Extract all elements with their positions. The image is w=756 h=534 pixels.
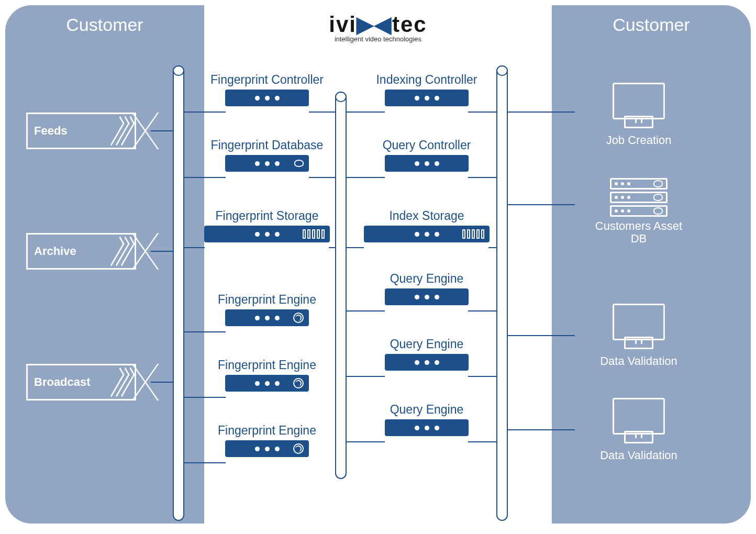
item-label: Customers Asset DB xyxy=(586,220,691,245)
unit-fingerprint-controller: Fingerprint Controller xyxy=(199,73,335,106)
unit-index-storage: Index Storage xyxy=(353,209,500,242)
server-icon xyxy=(225,440,309,457)
logo: ivi▶◀tec intelligent video technologies xyxy=(329,12,427,43)
connector xyxy=(468,112,497,113)
unit-fingerprint-engine-2: Fingerprint Engine xyxy=(199,359,335,392)
connector xyxy=(346,247,364,248)
unit-indexing-controller: Indexing Controller xyxy=(359,73,495,106)
unit-label: Query Engine xyxy=(359,403,495,416)
fingerprint-icon xyxy=(293,443,304,454)
unit-label: Fingerprint Engine xyxy=(199,424,335,437)
unit-fingerprint-database: Fingerprint Database xyxy=(199,139,335,172)
server-rack-icon xyxy=(610,178,668,217)
connector xyxy=(507,204,575,205)
fingerprint-icon xyxy=(293,378,304,388)
unit-fingerprint-engine-3: Fingerprint Engine xyxy=(199,424,335,457)
connector xyxy=(346,310,385,312)
connector xyxy=(468,310,497,312)
server-icon xyxy=(385,419,469,436)
item-data-validation-2: Data Validation xyxy=(586,398,691,462)
unit-query-controller: Query Controller xyxy=(359,139,495,172)
connector xyxy=(468,441,497,442)
unit-query-engine-1: Query Engine xyxy=(359,272,495,305)
monitor-icon xyxy=(613,304,665,340)
connector xyxy=(184,331,226,332)
connector xyxy=(488,247,497,248)
server-icon xyxy=(364,226,490,242)
right-panel-title: Customer xyxy=(552,5,751,35)
server-icon xyxy=(225,155,309,172)
unit-fingerprint-storage: Fingerprint Storage xyxy=(194,209,340,242)
left-panel-title: Customer xyxy=(5,5,204,35)
item-asset-db: Customers Asset DB xyxy=(586,178,691,245)
connector xyxy=(151,251,174,252)
connector xyxy=(309,112,336,113)
tag-label: Archive xyxy=(34,244,76,258)
unit-label: Query Engine xyxy=(359,272,495,285)
tag-label: Feeds xyxy=(34,124,68,138)
server-icon xyxy=(225,309,309,326)
server-icon xyxy=(385,354,469,371)
server-icon xyxy=(225,90,309,106)
bus-pipe-middle xyxy=(335,92,347,479)
unit-label: Query Controller xyxy=(359,139,495,152)
chevrons-icon xyxy=(115,370,130,395)
server-icon xyxy=(385,90,469,106)
server-icon xyxy=(225,375,309,392)
server-icon xyxy=(385,155,469,172)
connector xyxy=(507,112,575,113)
bus-pipe-left xyxy=(173,65,184,521)
connector xyxy=(151,130,174,131)
connector xyxy=(184,397,226,398)
unit-label: Index Storage xyxy=(353,209,500,222)
connector xyxy=(468,376,497,377)
unit-label: Query Engine xyxy=(359,338,495,351)
connector xyxy=(309,177,336,178)
unit-fingerprint-engine-1: Fingerprint Engine xyxy=(199,293,335,326)
connector xyxy=(468,177,497,178)
connector xyxy=(184,247,205,248)
tag-broadcast: Broadcast xyxy=(26,364,136,400)
unit-label: Indexing Controller xyxy=(359,73,495,86)
connector xyxy=(346,177,385,178)
connector xyxy=(507,335,575,336)
chevrons-icon xyxy=(115,118,130,143)
item-label: Data Validation xyxy=(586,449,691,462)
connector xyxy=(184,177,226,178)
connector xyxy=(346,441,385,442)
logo-subtitle: intelligent video technologies xyxy=(329,35,427,43)
unit-query-engine-3: Query Engine xyxy=(359,403,495,436)
connector xyxy=(329,247,336,248)
unit-label: Fingerprint Database xyxy=(199,139,335,152)
tag-archive: Archive xyxy=(26,233,136,270)
server-icon xyxy=(385,288,469,305)
unit-label: Fingerprint Storage xyxy=(194,209,340,222)
server-icon xyxy=(204,226,330,242)
fingerprint-icon xyxy=(293,313,304,323)
item-label: Job Creation xyxy=(586,134,691,147)
monitor-icon xyxy=(613,83,665,119)
connector xyxy=(346,112,385,113)
connector xyxy=(184,112,226,113)
unit-query-engine-2: Query Engine xyxy=(359,338,495,371)
tag-label: Broadcast xyxy=(34,375,91,389)
database-icon xyxy=(294,160,304,167)
tag-feeds: Feeds xyxy=(26,113,136,149)
unit-label: Fingerprint Engine xyxy=(199,293,335,306)
connector xyxy=(184,462,226,463)
item-label: Data Validation xyxy=(586,355,691,368)
connector xyxy=(151,382,174,383)
bus-pipe-right xyxy=(496,65,508,521)
unit-label: Fingerprint Engine xyxy=(199,359,335,372)
item-job-creation: Job Creation xyxy=(586,83,691,147)
item-data-validation-1: Data Validation xyxy=(586,304,691,368)
unit-label: Fingerprint Controller xyxy=(199,73,335,86)
connector xyxy=(346,376,385,377)
monitor-icon xyxy=(613,398,665,435)
connector xyxy=(507,429,575,430)
chevrons-icon xyxy=(115,239,130,264)
logo-text: ivi▶◀tec xyxy=(329,12,427,37)
